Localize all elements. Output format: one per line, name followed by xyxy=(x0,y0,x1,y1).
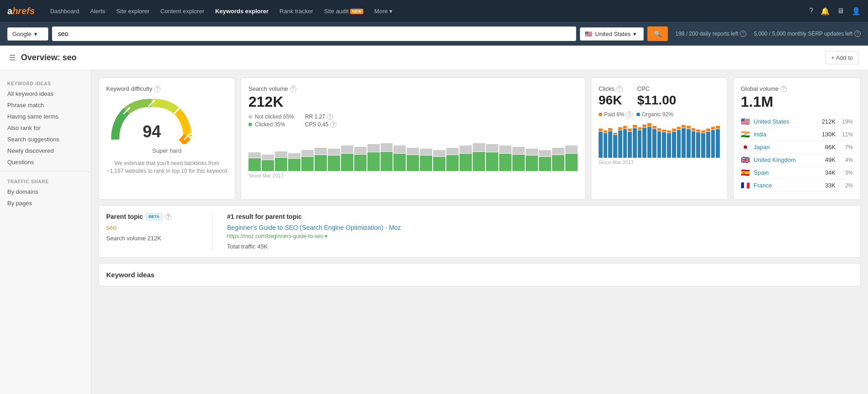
page-title: Overview: seo xyxy=(21,53,77,62)
sidebar-item-questions[interactable]: Questions xyxy=(0,156,91,168)
sv-bar xyxy=(341,145,353,171)
country-name-link[interactable]: Japan xyxy=(754,144,822,150)
gv-value: 1.1M xyxy=(741,94,853,110)
clicks-bar xyxy=(638,127,642,158)
cps-help-icon[interactable]: ? xyxy=(330,121,336,128)
clicks-paid: Paid 8% ? xyxy=(599,111,633,118)
sidebar-item-by-pages[interactable]: By pages xyxy=(0,197,91,209)
desktop-icon[interactable]: 🖥 xyxy=(837,7,844,15)
gv-card-title: Global volume ? xyxy=(741,85,853,92)
sidebar-item-search-suggestions[interactable]: Search suggestions xyxy=(0,134,91,145)
clicks-bar xyxy=(613,133,617,158)
country-name-link[interactable]: United States xyxy=(754,118,818,125)
nav-site-audit[interactable]: Site auditNEW xyxy=(320,6,368,16)
sidebar-item-also-rank-for[interactable]: Also rank for xyxy=(0,122,91,134)
country-name-link[interactable]: United Kingdom xyxy=(754,156,822,163)
clicks-chart xyxy=(599,121,720,158)
parent-section-inner: Parent topic BETA ? seo Search volume 21… xyxy=(106,213,853,250)
keyword-ideas-title: Keyword ideas xyxy=(106,271,853,279)
user-icon[interactable]: 👤 xyxy=(852,7,861,16)
engine-select[interactable]: Google ▾ xyxy=(7,27,48,41)
kd-description: We estimate that you'll need backlinks f… xyxy=(106,160,227,175)
sidebar-item-newly-discovered[interactable]: Newly discovered xyxy=(0,145,91,156)
quota-monthly: 5,000 / 5,000 monthly SERP updates left … xyxy=(754,31,861,37)
sidebar-item-phrase-match[interactable]: Phrase match xyxy=(0,99,91,111)
top-navigation: ahrefs Dashboard Alerts Site explorer Co… xyxy=(0,0,868,22)
sv-help-icon[interactable]: ? xyxy=(290,86,296,92)
sidebar: KEYWORD IDEAS All keyword ideas Phrase m… xyxy=(0,70,91,394)
notifications-icon[interactable]: 🔔 xyxy=(821,7,830,16)
country-name-link[interactable]: France xyxy=(754,182,822,189)
nav-dashboard[interactable]: Dashboard xyxy=(46,6,84,16)
sv-bar xyxy=(433,150,445,171)
sidebar-traffic-share-title: TRAFFIC SHARE xyxy=(0,176,91,186)
gv-help-icon[interactable]: ? xyxy=(780,86,787,92)
quota-daily: 198 / 200 daily reports left ? xyxy=(675,31,746,37)
clicks-bar xyxy=(677,127,681,158)
clicks-bar xyxy=(628,129,632,158)
sv-bar xyxy=(552,148,564,171)
quota-daily-help-icon[interactable]: ? xyxy=(740,31,746,37)
country-flag-icon: 🇯🇵 xyxy=(741,143,750,151)
clicks-metrics: Paid 8% ? Organic 92% xyxy=(599,111,720,118)
country-name-link[interactable]: India xyxy=(754,131,818,138)
nav-keywords-explorer[interactable]: Keywords explorer xyxy=(211,6,273,16)
country-name-link[interactable]: Spain xyxy=(754,169,822,176)
kd-label: Super hard xyxy=(106,147,227,154)
country-select[interactable]: 🇺🇸 United States ▾ xyxy=(580,27,644,41)
sidebar-item-having-same-terms[interactable]: Having same terms xyxy=(0,111,91,122)
sv-bar xyxy=(315,148,327,171)
nav-more[interactable]: More ▾ xyxy=(370,6,397,16)
nav-content-explorer[interactable]: Content explorer xyxy=(156,6,209,16)
country-item: 🇫🇷 France 33K 2% xyxy=(741,179,853,192)
add-to-button[interactable]: + Add to xyxy=(825,51,859,64)
sv-not-clicked: Not clicked 65% xyxy=(248,114,294,120)
parent-result-title-link[interactable]: Beginner's Guide to SEO (Search Engine O… xyxy=(227,224,853,231)
clicks-bar xyxy=(696,130,700,158)
clicks-bar xyxy=(608,128,612,158)
sv-stats: Not clicked 65% Clicked 35% RR 1.27 ? xyxy=(248,114,578,129)
sv-stat-group-left: Not clicked 65% Clicked 35% xyxy=(248,114,294,129)
country-volume: 130K xyxy=(822,131,836,138)
kd-help-icon[interactable]: ? xyxy=(154,86,160,92)
not-clicked-dot xyxy=(248,115,252,119)
nav-site-explorer[interactable]: Site explorer xyxy=(112,6,154,16)
quota-monthly-help-icon[interactable]: ? xyxy=(854,31,861,37)
clicks-bar xyxy=(672,129,676,158)
cpc-title: CPC xyxy=(637,85,677,92)
search-input[interactable] xyxy=(52,26,576,41)
parent-topic-label: Parent topic BETA ? xyxy=(106,213,197,220)
sidebar-item-all-keyword-ideas[interactable]: All keyword ideas xyxy=(0,88,91,99)
sv-since: Since Mar 2017 xyxy=(248,173,578,178)
country-volume: 33K xyxy=(825,182,836,189)
country-flag-icon: 🇪🇸 xyxy=(741,168,750,177)
search-volume-card: Search volume ? 212K Not clicked 65% Cli… xyxy=(241,78,585,200)
country-item: 🇬🇧 United Kingdom 49K 4% xyxy=(741,154,853,166)
search-button[interactable]: 🔍 xyxy=(647,26,668,41)
help-icon[interactable]: ? xyxy=(809,7,813,15)
sidebar-item-by-domains[interactable]: By domains xyxy=(0,186,91,197)
clicks-bar xyxy=(623,126,627,158)
clicks-bar xyxy=(599,129,603,158)
clicks-since: Since Mar 2017 xyxy=(599,160,720,165)
country-list: 🇺🇸 United States 212K 19% 🇮🇳 India 130K … xyxy=(741,115,853,192)
logo[interactable]: ahrefs xyxy=(7,6,35,16)
nav-rank-tracker[interactable]: Rank tracker xyxy=(275,6,318,16)
nav-alerts[interactable]: Alerts xyxy=(86,6,110,16)
engine-value: Google xyxy=(12,31,31,37)
vertical-divider xyxy=(212,213,212,250)
hamburger-icon[interactable]: ☰ xyxy=(9,53,16,62)
country-volume: 86K xyxy=(825,144,836,150)
sv-bar xyxy=(367,144,380,171)
rr-help-icon[interactable]: ? xyxy=(327,114,333,120)
sv-value: 212K xyxy=(248,94,578,110)
clicks-help-icon[interactable]: ? xyxy=(616,86,623,92)
dropdown-icon: ▾ xyxy=(325,233,327,239)
paid-help-icon[interactable]: ? xyxy=(626,111,633,118)
country-flag-icon: 🇬🇧 xyxy=(741,156,750,164)
parent-left: Parent topic BETA ? seo Search volume 21… xyxy=(106,213,197,250)
parent-topic-help-icon[interactable]: ? xyxy=(165,213,171,220)
search-bar: Google ▾ 🇺🇸 United States ▾ 🔍 198 / 200 … xyxy=(0,22,868,46)
parent-keyword-link[interactable]: seo xyxy=(106,224,197,231)
sv-clicked: Clicked 35% xyxy=(248,121,294,128)
